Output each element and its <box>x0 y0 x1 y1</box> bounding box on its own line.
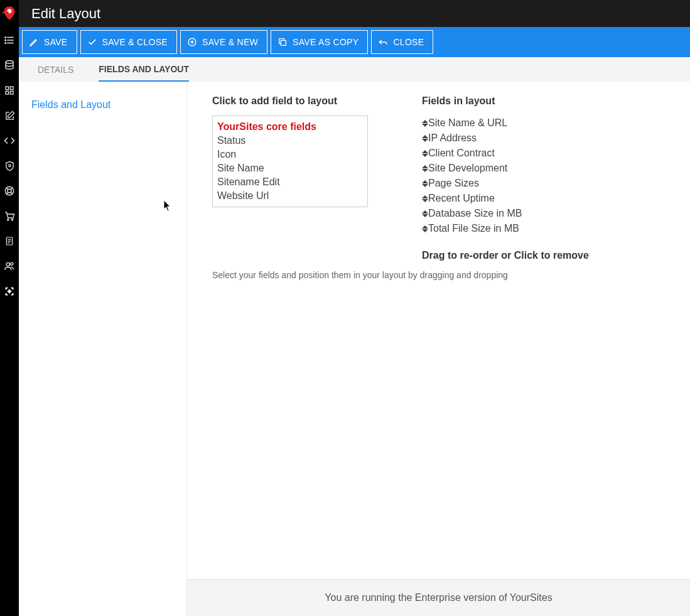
svg-point-21 <box>11 219 13 220</box>
svg-rect-9 <box>6 87 9 90</box>
layout-field-item[interactable]: Site Name & URL <box>422 116 589 131</box>
nav-grid-icon[interactable] <box>0 78 19 103</box>
available-group-header: YourSites core fields <box>213 120 367 134</box>
available-fields-box: YourSites core fields Status Icon Site N… <box>212 116 368 207</box>
layout-field-label: Site Name & URL <box>428 116 507 131</box>
nav-code-icon[interactable] <box>0 128 19 153</box>
available-field-item[interactable]: Sitename Edit <box>213 175 367 189</box>
save-copy-label: SAVE AS COPY <box>293 37 358 47</box>
layout-fields-column: Fields in layout Site Name & URL IP Addr… <box>422 95 589 261</box>
save-copy-button[interactable]: SAVE AS COPY <box>271 30 368 54</box>
available-fields-column: Click to add field to layout YourSites c… <box>212 95 368 207</box>
close-button[interactable]: CLOSE <box>371 30 433 54</box>
svg-point-26 <box>6 262 9 266</box>
nav-cart-icon[interactable] <box>0 203 19 229</box>
sort-icon <box>422 194 428 203</box>
svg-point-13 <box>8 165 11 167</box>
footer: You are running the Enterprise version o… <box>187 579 690 616</box>
layout-field-label: IP Address <box>428 131 477 146</box>
save-label: SAVE <box>44 37 68 47</box>
layout-field-item[interactable]: IP Address <box>422 131 589 146</box>
helper-text: Select your fields and position them in … <box>187 270 690 293</box>
available-field-item[interactable]: Icon <box>213 148 367 161</box>
nav-lifering-icon[interactable] <box>0 178 19 203</box>
close-label: CLOSE <box>393 37 424 47</box>
available-field-item[interactable]: Website Url <box>213 189 367 203</box>
nav-database-icon[interactable] <box>0 53 19 78</box>
nav-users-icon[interactable] <box>0 254 19 279</box>
layout-field-item[interactable]: Site Development <box>422 161 589 176</box>
sort-icon <box>422 224 428 233</box>
layout-field-label: Total File Size in MB <box>428 221 519 236</box>
drag-reorder-hint: Drag to re-order or Click to remove <box>422 250 589 261</box>
layout-field-label: Database Size in MB <box>428 206 522 221</box>
svg-point-7 <box>5 43 6 44</box>
copy-icon <box>278 37 288 47</box>
page-title: Edit Layout <box>19 0 690 27</box>
save-new-button[interactable]: SAVE & NEW <box>180 30 267 54</box>
layout-field-label: Recent Uptime <box>428 191 495 206</box>
save-new-label: SAVE & NEW <box>202 37 258 47</box>
svg-rect-10 <box>10 87 13 90</box>
tab-bar: DETAILS FIELDS AND LAYOUT <box>19 57 690 82</box>
svg-point-6 <box>5 40 6 41</box>
nav-joomla-icon[interactable] <box>0 279 19 304</box>
save-close-label: SAVE & CLOSE <box>102 37 168 47</box>
save-button[interactable]: SAVE <box>22 30 77 54</box>
footer-text: You are running the Enterprise version o… <box>325 592 552 603</box>
left-section-nav: Fields and Layout <box>19 82 187 616</box>
svg-point-5 <box>5 37 6 38</box>
layout-field-item[interactable]: Total File Size in MB <box>422 221 589 236</box>
sort-icon <box>422 179 428 188</box>
svg-rect-12 <box>10 91 13 94</box>
sort-icon <box>422 164 428 173</box>
nav-shield-icon[interactable] <box>0 153 19 178</box>
sort-icon <box>422 119 428 127</box>
available-fields-title: Click to add field to layout <box>212 95 368 107</box>
pencil-icon <box>29 37 39 47</box>
layout-field-item[interactable]: Recent Uptime <box>422 191 589 206</box>
nav-sidebar <box>0 0 19 616</box>
nav-document-icon[interactable] <box>0 229 19 254</box>
svg-rect-11 <box>6 91 9 94</box>
nav-list-icon[interactable] <box>0 28 19 53</box>
sort-icon <box>422 134 428 143</box>
app-logo-icon[interactable] <box>0 4 19 23</box>
svg-point-20 <box>8 219 9 220</box>
sort-icon <box>422 149 428 158</box>
layout-field-item[interactable]: Database Size in MB <box>422 206 589 221</box>
reply-icon <box>378 37 388 47</box>
layout-fields-title: Fields in layout <box>422 95 589 107</box>
check-icon <box>87 37 97 47</box>
save-close-button[interactable]: SAVE & CLOSE <box>80 30 178 54</box>
layout-field-item[interactable]: Client Contract <box>422 146 589 161</box>
available-field-item[interactable]: Status <box>213 134 367 148</box>
svg-point-8 <box>6 61 13 64</box>
layout-fields-list: Site Name & URL IP Address Client Contra… <box>422 116 589 236</box>
plus-circle-icon <box>187 37 197 47</box>
tab-details[interactable]: DETAILS <box>38 58 73 81</box>
nav-edit-icon[interactable] <box>0 103 19 128</box>
layout-field-label: Site Development <box>428 161 507 176</box>
layout-field-label: Client Contract <box>428 146 495 161</box>
sort-icon <box>422 209 428 218</box>
section-fields-and-layout[interactable]: Fields and Layout <box>31 99 174 111</box>
action-toolbar: SAVE SAVE & CLOSE SAVE & NEW SAVE AS COP… <box>19 27 690 57</box>
svg-rect-1 <box>3 12 9 13</box>
svg-rect-31 <box>281 40 286 45</box>
svg-point-15 <box>8 189 11 193</box>
layout-field-item[interactable]: Page Sizes <box>422 176 589 191</box>
layout-field-label: Page Sizes <box>428 176 479 191</box>
svg-point-27 <box>11 262 13 265</box>
available-field-item[interactable]: Site Name <box>213 161 367 175</box>
tab-fields-layout[interactable]: FIELDS AND LAYOUT <box>99 58 189 82</box>
